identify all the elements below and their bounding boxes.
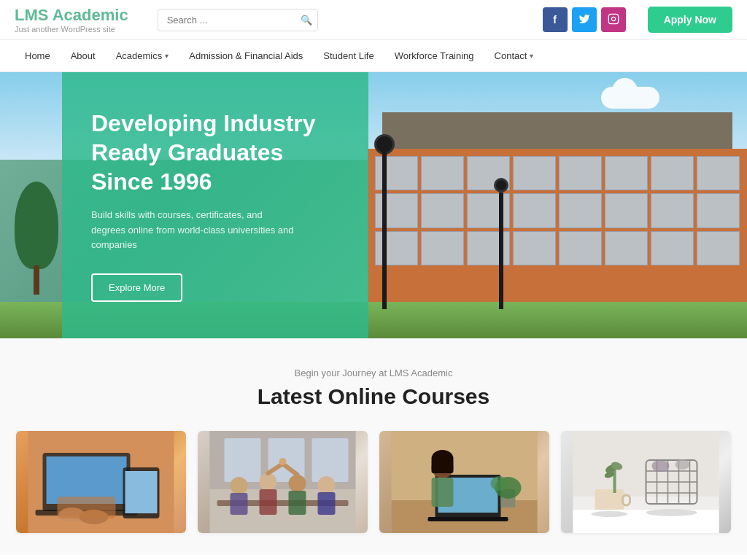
- building-image: [368, 105, 747, 309]
- svg-point-51: [652, 460, 670, 472]
- social-icons: f: [543, 7, 626, 32]
- chevron-down-icon: ▾: [530, 52, 533, 60]
- chevron-down-icon: ▾: [165, 52, 169, 60]
- course-card-3[interactable]: [379, 431, 549, 533]
- logo: LMS Academic Just another WordPress site: [15, 6, 128, 34]
- course-image-2: [198, 431, 368, 533]
- course-card-1[interactable]: [16, 431, 186, 533]
- logo-subtitle: Just another WordPress site: [15, 25, 128, 34]
- facebook-button[interactable]: f: [543, 7, 568, 32]
- svg-rect-22: [289, 491, 306, 515]
- courses-subtitle: Begin your Journey at LMS Academic: [15, 368, 732, 378]
- svg-rect-15: [312, 438, 349, 482]
- course-card-4[interactable]: [561, 431, 731, 533]
- svg-rect-53: [595, 489, 624, 511]
- explore-more-button[interactable]: Explore More: [91, 273, 182, 302]
- svg-rect-37: [432, 478, 454, 507]
- hero-title: Developing Industry Ready Graduates Sinc…: [91, 109, 339, 196]
- lamp-post: [379, 134, 390, 309]
- hero-content-overlay: Developing Industry Ready Graduates Sinc…: [62, 72, 368, 338]
- nav-admission[interactable]: Admission & Financial Aids: [179, 40, 313, 71]
- instagram-icon: [608, 13, 619, 27]
- svg-rect-0: [608, 14, 618, 23]
- course-card-2[interactable]: [198, 431, 368, 533]
- svg-rect-8: [58, 497, 116, 518]
- svg-point-21: [289, 475, 306, 492]
- course-image-4: [561, 431, 731, 533]
- courses-grid: [16, 431, 731, 533]
- nav-academics[interactable]: Academics ▾: [106, 40, 179, 71]
- svg-point-60: [646, 509, 697, 516]
- nav-workforce-training[interactable]: Workforce Training: [384, 40, 484, 71]
- svg-point-19: [260, 473, 277, 491]
- svg-point-40: [491, 476, 508, 491]
- apply-now-button[interactable]: Apply Now: [648, 7, 732, 33]
- svg-rect-10: [125, 471, 158, 513]
- svg-point-52: [676, 459, 690, 470]
- twitter-icon: [578, 13, 590, 27]
- svg-point-17: [231, 477, 248, 494]
- svg-point-23: [318, 476, 336, 494]
- course-image-1: [16, 431, 186, 533]
- nav-about[interactable]: About: [61, 40, 106, 71]
- courses-title: Latest Online Courses: [15, 384, 732, 409]
- hero-description: Build skills with courses, certificates,…: [91, 208, 295, 253]
- twitter-button[interactable]: [572, 7, 597, 32]
- svg-rect-36: [432, 459, 454, 473]
- courses-section: Begin your Journey at LMS Academic Lates…: [0, 338, 747, 555]
- svg-rect-33: [428, 517, 508, 521]
- lamp-post-2: [496, 178, 506, 309]
- svg-rect-20: [260, 489, 277, 515]
- course-image-3: [379, 431, 549, 533]
- site-header: LMS Academic Just another WordPress site…: [0, 0, 747, 40]
- svg-rect-13: [225, 438, 261, 482]
- logo-title: LMS Academic: [15, 6, 128, 25]
- tree-decoration: [7, 178, 66, 295]
- search-button[interactable]: 🔍: [301, 15, 312, 26]
- building-windows: [375, 156, 740, 265]
- search-input[interactable]: [158, 9, 318, 31]
- nav-home[interactable]: Home: [15, 40, 61, 71]
- main-navigation: Home About Academics ▾ Admission & Finan…: [0, 40, 747, 72]
- instagram-button[interactable]: [601, 7, 626, 32]
- facebook-icon: f: [553, 14, 557, 26]
- search-area: 🔍: [158, 9, 318, 31]
- nav-contact[interactable]: Contact ▾: [484, 40, 544, 71]
- hero-section: Developing Industry Ready Graduates Sinc…: [0, 72, 747, 338]
- svg-rect-24: [318, 492, 336, 515]
- nav-student-life[interactable]: Student Life: [313, 40, 384, 71]
- svg-point-27: [279, 458, 287, 465]
- svg-point-61: [592, 511, 628, 517]
- svg-rect-18: [231, 493, 248, 515]
